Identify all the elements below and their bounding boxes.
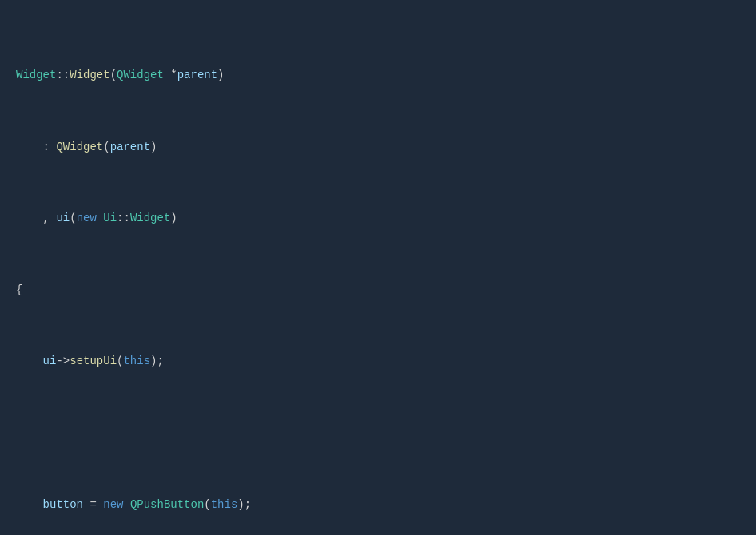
code-line-2: : QWidget(parent) xyxy=(16,138,740,156)
code-line-6 xyxy=(16,424,740,442)
code-line-3: , ui(new Ui::Widget) xyxy=(16,209,740,227)
code-line-4: { xyxy=(16,281,740,299)
code-line-7: button = new QPushButton(this); xyxy=(16,496,740,513)
code-editor: Widget::Widget(QWidget *parent) : QWidge… xyxy=(0,0,756,535)
code-line-1: Widget::Widget(QWidget *parent) xyxy=(16,66,740,84)
code-line-5: ui->setupUi(this); xyxy=(16,352,740,370)
